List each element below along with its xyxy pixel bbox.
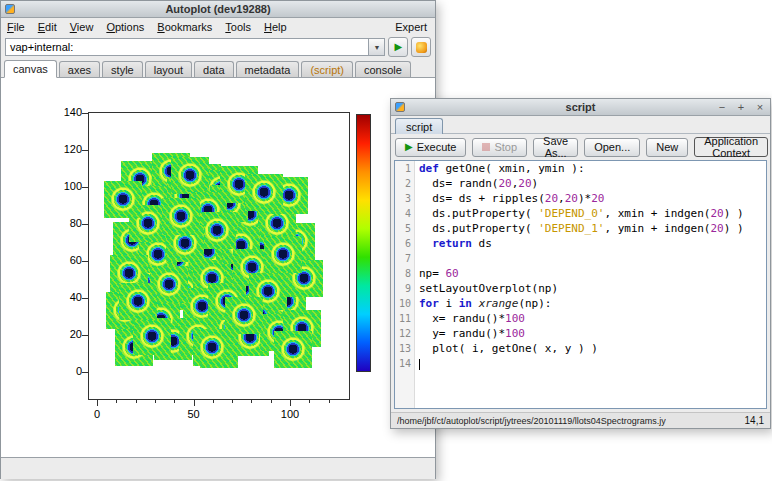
canvas-panel[interactable]: 020406080100120140050100 xyxy=(1,78,435,457)
y-tick-mark xyxy=(82,150,88,151)
spectrogram-patch xyxy=(198,212,236,249)
spectrogram-patch xyxy=(274,331,312,368)
minimize-icon[interactable]: − xyxy=(717,102,727,113)
code-line: 8np= 60 xyxy=(395,266,766,281)
script-window: script − + × script ▶ Execute Stop Save … xyxy=(390,98,771,429)
colorbar xyxy=(356,114,371,372)
tab-axes[interactable]: axes xyxy=(59,61,100,77)
spectrogram-patch xyxy=(104,181,142,218)
line-number: 14 xyxy=(395,356,415,371)
code-line: 13 plot( i, getOne( x, y ) ) xyxy=(395,341,766,356)
spectrogram-patch xyxy=(162,198,200,235)
dropdown-arrow-icon[interactable]: ▼ xyxy=(368,39,384,55)
code-text: plot( i, getOne( x, y ) ) xyxy=(415,341,598,356)
tab-metadata[interactable]: metadata xyxy=(236,61,300,77)
code-text: y= randu()*100 xyxy=(415,326,525,341)
code-line: 1def getOne( xmin, ymin ): xyxy=(395,161,766,176)
y-tick-label: 80 xyxy=(48,217,82,229)
code-text: def getOne( xmin, ymin ): xyxy=(415,161,585,176)
busy-indicator-icon xyxy=(416,42,427,53)
code-line: 11 x= randu()*100 xyxy=(395,311,766,326)
script-statusbar: /home/jbf/ct/autoplot/script/jytrees/201… xyxy=(391,412,770,428)
code-text: return ds xyxy=(415,236,492,251)
address-combo[interactable]: vap+internal: ▼ xyxy=(5,38,385,56)
x-tick-mark xyxy=(97,400,98,406)
tab-layout[interactable]: layout xyxy=(145,61,192,77)
y-tick-label: 100 xyxy=(48,180,82,192)
menu-file[interactable]: File xyxy=(7,21,25,33)
line-number: 8 xyxy=(395,266,415,281)
script-window-icon xyxy=(395,102,405,112)
menu-view[interactable]: View xyxy=(70,21,94,33)
y-tick-label: 20 xyxy=(48,328,82,340)
code-text: x= randu()*100 xyxy=(415,311,525,326)
tab-canvas[interactable]: canvas xyxy=(4,60,57,78)
y-tick-label: 60 xyxy=(48,254,82,266)
menu-tools[interactable]: Tools xyxy=(225,21,251,33)
x-minor-tick xyxy=(136,400,137,403)
busy-indicator-button[interactable] xyxy=(411,37,431,57)
menu-expert[interactable]: Expert xyxy=(395,21,427,33)
menu-edit[interactable]: Edit xyxy=(38,21,57,33)
menu-options[interactable]: Options xyxy=(106,21,144,33)
stop-icon xyxy=(482,143,490,151)
execute-play-icon: ▶ xyxy=(405,142,413,152)
menu-bookmarks[interactable]: Bookmarks xyxy=(157,21,212,33)
spectrogram-patch xyxy=(119,283,157,320)
line-number: 7 xyxy=(395,251,415,266)
tab-console[interactable]: console xyxy=(355,61,411,77)
plot-area[interactable] xyxy=(88,112,350,400)
application-context-button[interactable]: Application Context xyxy=(694,137,768,157)
menu-help[interactable]: Help xyxy=(264,21,287,33)
new-button[interactable]: New xyxy=(646,138,688,157)
close-icon[interactable]: × xyxy=(755,102,765,113)
code-text: ds.putProperty( 'DEPEND_1', ymin + indge… xyxy=(415,221,744,236)
x-minor-tick xyxy=(116,400,117,403)
y-tick-mark xyxy=(82,261,88,262)
script-toolbar: ▶ Execute Stop Save As... Open... New Ap… xyxy=(391,134,770,160)
y-tick-mark xyxy=(82,335,88,336)
spectrogram-patch xyxy=(245,174,283,211)
x-tick-label: 100 xyxy=(270,408,310,420)
script-window-title: script xyxy=(566,101,596,113)
x-minor-tick xyxy=(251,400,252,403)
window-controls: − + × xyxy=(717,102,765,113)
stop-label: Stop xyxy=(494,141,517,153)
stop-button[interactable]: Stop xyxy=(472,138,527,157)
autoplot-icon xyxy=(5,4,15,14)
y-tick-mark xyxy=(82,372,88,373)
save-as-button[interactable]: Save As... xyxy=(533,138,578,157)
open-button[interactable]: Open... xyxy=(584,138,640,157)
code-line: 4 ds.putProperty( 'DEPEND_0', xmin + ind… xyxy=(395,206,766,221)
y-tick-label: 120 xyxy=(48,143,82,155)
main-titlebar[interactable]: Autoplot (dev19288) xyxy=(1,1,435,18)
code-line: 9setLayoutOverplot(np) xyxy=(395,281,766,296)
x-minor-tick xyxy=(271,400,272,403)
x-tick-mark xyxy=(290,400,291,406)
line-number: 2 xyxy=(395,176,415,191)
code-text xyxy=(415,356,420,371)
script-editor[interactable]: 1def getOne( xmin, ymin ):2 ds= randn(20… xyxy=(394,160,767,409)
y-tick-label: 40 xyxy=(48,291,82,303)
script-titlebar[interactable]: script − + × xyxy=(391,99,770,116)
tab-script-editor[interactable]: script xyxy=(395,118,443,134)
script-tabstrip: script xyxy=(391,116,770,134)
line-number: 4 xyxy=(395,206,415,221)
maximize-icon[interactable]: + xyxy=(736,102,746,113)
caret-position: 14,1 xyxy=(745,415,764,426)
go-button[interactable]: ▶ xyxy=(388,37,408,57)
execute-button[interactable]: ▶ Execute xyxy=(395,138,466,157)
code-text: for i in xrange(np): xyxy=(415,296,552,311)
code-line: 14 xyxy=(395,356,766,371)
code-line: 3 ds= ds + ripples(20,20)*20 xyxy=(395,191,766,206)
line-number: 6 xyxy=(395,236,415,251)
x-minor-tick xyxy=(174,400,175,403)
line-number: 10 xyxy=(395,296,415,311)
x-minor-tick xyxy=(329,400,330,403)
address-value: vap+internal: xyxy=(6,41,368,53)
tab-script[interactable]: (script) xyxy=(301,61,353,77)
status-file-path: /home/jbf/ct/autoplot/script/jytrees/201… xyxy=(397,416,666,426)
line-number: 11 xyxy=(395,311,415,326)
tab-data[interactable]: data xyxy=(194,61,233,77)
tab-style[interactable]: style xyxy=(102,61,143,77)
